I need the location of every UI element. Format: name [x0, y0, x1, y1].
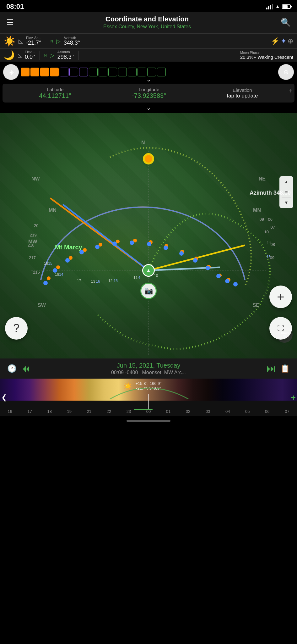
- timeline-cursor: [148, 394, 149, 409]
- color-sq-14[interactable]: [147, 68, 156, 76]
- coordinates-section: Latitude 44.112711° Longitude -73.923583…: [0, 84, 297, 113]
- moon-elevation-icon: ◺: [18, 52, 22, 58]
- arc-label-10b: 10: [154, 274, 158, 278]
- moon-phase-percent: 20.3%+: [240, 54, 256, 60]
- svg-point-25: [95, 245, 100, 249]
- moon-compass-north: N: [44, 53, 47, 57]
- hour-19: 19: [67, 409, 71, 414]
- arc-label-09: 09: [260, 217, 264, 222]
- signal-icon: [266, 4, 273, 9]
- direction-ne: NE: [259, 176, 266, 182]
- arc-label-1814: 1814: [55, 272, 63, 277]
- tilt-up-button[interactable]: ▲: [281, 177, 292, 186]
- arc-label-11: 11: [267, 241, 271, 245]
- timeline-left-arrow[interactable]: ❮: [1, 393, 7, 402]
- sun-azimuth-item: Azimuth 348.3°: [64, 36, 80, 46]
- direction-mn1: MN: [49, 208, 57, 213]
- hour-04: 04: [225, 409, 230, 414]
- elevation-item: Elevation tap to update: [227, 87, 258, 99]
- moon-icon: 🌙: [4, 50, 15, 60]
- chevron-down-icon[interactable]: ⌄: [146, 76, 151, 83]
- layer-button[interactable]: ◈: [3, 64, 19, 80]
- gps-button[interactable]: ⊕: [278, 64, 294, 80]
- color-sq-11[interactable]: [118, 68, 127, 76]
- hour-16: 16: [8, 409, 12, 414]
- svg-point-35: [233, 282, 238, 286]
- color-sq-5[interactable]: [60, 68, 68, 76]
- menu-button[interactable]: ☰: [6, 18, 14, 27]
- battery-icon: [282, 4, 291, 9]
- special-icons-area: ⚡ ✦ ⊕: [271, 37, 293, 45]
- color-sq-3[interactable]: [40, 68, 49, 76]
- clock-button[interactable]: 🕐: [5, 362, 19, 375]
- timeline-right-arrow[interactable]: +: [291, 393, 296, 402]
- svg-point-32: [206, 266, 210, 270]
- arc-label-20: 20: [34, 223, 38, 228]
- home-bar[interactable]: [127, 420, 170, 422]
- zoom-in-fab[interactable]: +: [269, 286, 292, 308]
- direction-n: N: [141, 140, 145, 146]
- direction-sw: SW: [38, 303, 46, 308]
- app-header: ☰ Coordinate and Elevation Essex County,…: [0, 12, 297, 33]
- coordinates-bar: Latitude 44.112711° Longitude -73.923583…: [3, 84, 294, 103]
- elevation-angle-icon: ◺: [19, 38, 23, 45]
- hour-21: 21: [87, 409, 91, 414]
- arc-label-1114: 114: [133, 275, 140, 280]
- hour-17: 17: [27, 409, 32, 414]
- hour-00: 00: [146, 409, 151, 414]
- color-sq-13[interactable]: [138, 68, 146, 76]
- timeline-strip[interactable]: ☀️ +15.8°, 166.9° -21.7°, 348.3° 16 17 1…: [0, 379, 297, 416]
- svg-line-1: [63, 204, 148, 270]
- home-indicator: [0, 416, 297, 424]
- map-area[interactable]: N NE NW MN MN MW SW SE 20 219 218 217 21…: [0, 113, 297, 358]
- location-marker[interactable]: ▲: [142, 264, 155, 277]
- moon-elevation-item: Elev.... 0.0°: [25, 50, 35, 60]
- color-sq-2[interactable]: [30, 68, 39, 76]
- zoom-plus-btn[interactable]: +: [289, 87, 293, 95]
- bottom-date-bar: 🕐 ⏮ Jun 15, 2021, Tuesday 00:09 -0400 | …: [0, 358, 297, 379]
- camera-marker[interactable]: 📷: [140, 283, 157, 299]
- skip-back-button[interactable]: ⏮: [19, 362, 33, 375]
- arc-label-219: 219: [30, 233, 37, 237]
- arc-label-07: 07: [271, 225, 275, 230]
- search-button[interactable]: 🔍: [281, 18, 291, 27]
- status-bar: 08:01 ▲: [0, 0, 297, 12]
- tilt-down-button[interactable]: ▼: [281, 198, 292, 207]
- color-sq-12[interactable]: [128, 68, 137, 76]
- color-sq-9[interactable]: [99, 68, 107, 76]
- sun-compass-arrow: ▷: [56, 38, 61, 45]
- hour-22: 22: [107, 409, 111, 414]
- latitude-item: Latitude 44.112711°: [39, 87, 71, 99]
- color-sq-4[interactable]: [50, 68, 59, 76]
- svg-point-30: [179, 251, 184, 256]
- arc-label-1215: 12 15: [108, 279, 118, 283]
- hour-02: 02: [186, 409, 190, 414]
- moon-azimuth-item: Azimuth 298.3°: [57, 50, 74, 60]
- color-sq-7[interactable]: [79, 68, 88, 76]
- expand-fab[interactable]: ⛶: [269, 317, 292, 340]
- wifi-icon: ▲: [275, 4, 280, 9]
- timeline-hours: 16 17 18 19 21 22 23 00 01 02 03 04 05 0…: [0, 409, 297, 414]
- hour-07: 07: [285, 409, 289, 414]
- color-sq-1[interactable]: [21, 68, 30, 76]
- svg-point-23: [65, 258, 70, 263]
- arc-label-1915: 1915: [44, 261, 52, 266]
- direction-mn2: MN: [253, 208, 261, 213]
- arc-label-15-top: 15: [267, 255, 271, 259]
- svg-point-8: [56, 265, 60, 269]
- chevron-down-coords-icon[interactable]: ⌄: [0, 104, 297, 113]
- color-sq-6[interactable]: [69, 68, 78, 76]
- color-sq-15[interactable]: [157, 68, 166, 76]
- tilt-mid-button[interactable]: ≡: [281, 188, 292, 197]
- special-icon-3: ⊕: [288, 37, 293, 45]
- sun-elevation-item: Elev. An... -21.7°: [26, 36, 41, 46]
- color-sq-10[interactable]: [108, 68, 117, 76]
- list-button[interactable]: 📋: [278, 362, 292, 375]
- svg-point-37: [145, 155, 152, 163]
- moon-info-bar: 🌙 ◺ Elev.... 0.0° N ▷ Azimuth 298.3° Moo…: [0, 48, 297, 62]
- color-sq-8[interactable]: [89, 68, 98, 76]
- help-fab[interactable]: ?: [5, 317, 28, 340]
- arc-label-10: 10: [264, 230, 269, 234]
- arc-label-218: 218: [28, 243, 35, 247]
- skip-forward-button[interactable]: ⏭: [264, 362, 278, 375]
